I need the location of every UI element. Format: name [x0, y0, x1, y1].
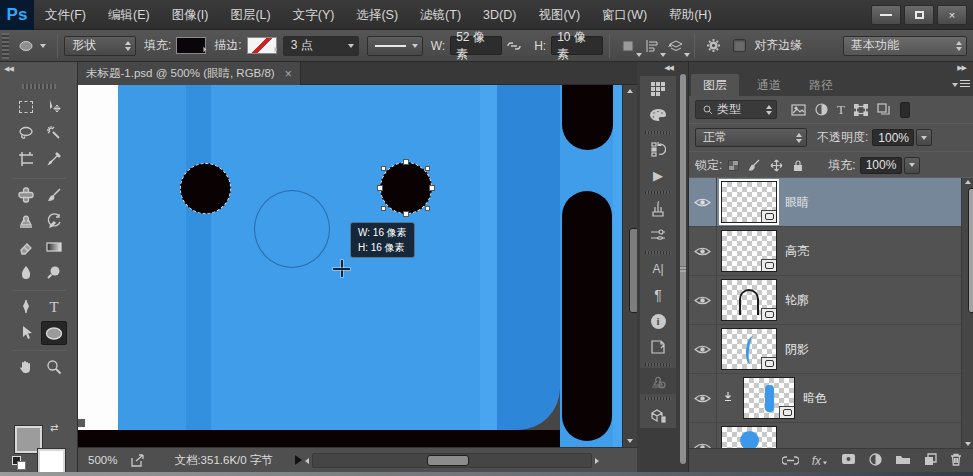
canvas-horizontal-scrollbar[interactable]: [312, 453, 592, 468]
color-panel-icon[interactable]: [640, 102, 676, 128]
lasso-tool[interactable]: [13, 121, 39, 145]
dock-group-grip[interactable]: [640, 248, 676, 256]
history-panel-icon[interactable]: [640, 136, 676, 162]
tab-channels[interactable]: 通道: [745, 74, 793, 96]
visibility-eye-icon[interactable]: [689, 178, 717, 227]
type-tool[interactable]: T: [41, 295, 67, 319]
align-edges-checkbox[interactable]: [733, 39, 746, 52]
path-arrangement-button[interactable]: [664, 35, 688, 57]
scroll-up-icon[interactable]: [627, 89, 633, 93]
menu-filter[interactable]: 滤镜(T): [409, 0, 472, 30]
dodge-tool[interactable]: [41, 261, 67, 285]
zoom-level-field[interactable]: 500%: [88, 454, 117, 466]
menu-file[interactable]: 文件(F): [34, 0, 97, 30]
link-layers-button[interactable]: [782, 454, 799, 468]
menu-layer[interactable]: 图层(L): [219, 0, 281, 30]
menu-help[interactable]: 帮助(H): [658, 0, 722, 30]
move-tool[interactable]: [41, 95, 67, 119]
collapse-dock-icon[interactable]: ◀◀: [664, 64, 673, 72]
canvas[interactable]: W: 16 像素 H: 16 像素: [78, 85, 622, 447]
blur-tool[interactable]: [13, 261, 39, 285]
measurement-log-panel-icon[interactable]: [640, 402, 676, 428]
path-selection-tool[interactable]: [13, 321, 39, 345]
shape-width-input[interactable]: 52 像素: [450, 36, 502, 55]
transform-handle[interactable]: [377, 185, 383, 191]
menu-edit[interactable]: 编辑(E): [97, 0, 161, 30]
brush-presets-panel-icon[interactable]: [640, 196, 676, 222]
filter-shape-layers-icon[interactable]: [854, 104, 868, 116]
fill-swatch[interactable]: [176, 37, 206, 54]
hand-tool[interactable]: [13, 355, 39, 379]
path-alignment-button[interactable]: [640, 35, 664, 57]
fill-dropdown-icon[interactable]: [904, 157, 920, 174]
add-layer-mask-button[interactable]: [841, 453, 856, 468]
layer-thumbnail[interactable]: [721, 328, 777, 370]
default-colors-icon[interactable]: [12, 456, 26, 470]
layers-scroll-thumb[interactable]: [968, 188, 973, 313]
path-operations-button[interactable]: [616, 35, 640, 57]
layer-row-highlight[interactable]: 高亮: [689, 227, 962, 276]
layer-thumbnail[interactable]: [721, 279, 777, 321]
minimize-button[interactable]: [871, 5, 901, 25]
horizontal-scroll-thumb[interactable]: [427, 455, 469, 466]
filter-pixel-layers-icon[interactable]: [791, 104, 806, 116]
lock-pixels-icon[interactable]: [748, 159, 761, 172]
tool-mode-select[interactable]: 形状: [64, 36, 136, 56]
dock-group-grip[interactable]: [640, 188, 676, 196]
menu-window[interactable]: 窗口(W): [591, 0, 658, 30]
collapse-tools-icon[interactable]: ◀◀: [4, 65, 13, 73]
lock-transparency-icon[interactable]: [728, 160, 739, 171]
panel-splitter[interactable]: [678, 62, 688, 472]
link-dimensions-icon[interactable]: [502, 35, 526, 57]
layer-name[interactable]: 阴影: [785, 341, 809, 358]
layer-styles-button[interactable]: fx: [812, 454, 828, 468]
share-status-icon[interactable]: [131, 454, 146, 467]
layer-row-eyes[interactable]: 眼睛: [689, 178, 962, 227]
layers-scrollbar[interactable]: [961, 178, 973, 448]
menu-type[interactable]: 文字(Y): [282, 0, 346, 30]
actions-panel-icon[interactable]: ▶: [640, 162, 676, 188]
zoom-tool[interactable]: [41, 355, 67, 379]
rectangular-marquee-tool[interactable]: [13, 95, 39, 119]
dock-group-grip[interactable]: [640, 128, 676, 136]
lock-position-icon[interactable]: [770, 159, 783, 172]
history-brush-tool[interactable]: [41, 209, 67, 233]
transform-handle[interactable]: [381, 206, 386, 211]
layer-thumbnail[interactable]: [721, 230, 777, 272]
tab-paths[interactable]: 路径: [797, 74, 845, 96]
scroll-down-icon[interactable]: [627, 439, 633, 443]
opacity-dropdown-icon[interactable]: [916, 129, 932, 146]
document-tab[interactable]: 未标题-1.psd @ 500% (眼睛, RGB/8) ×: [78, 62, 301, 85]
clone-stamp-tool[interactable]: [13, 209, 39, 233]
transform-handle[interactable]: [403, 159, 409, 165]
new-group-button[interactable]: [895, 453, 911, 468]
transform-handle[interactable]: [425, 166, 430, 171]
swatches-panel-icon[interactable]: [640, 76, 676, 102]
opacity-value[interactable]: 100%: [872, 129, 914, 146]
menu-3d[interactable]: 3D(D): [472, 0, 527, 30]
layer-filter-type-select[interactable]: 类型: [695, 100, 777, 119]
visibility-eye-icon[interactable]: [689, 227, 717, 276]
gear-icon[interactable]: [701, 35, 725, 57]
pen-tool[interactable]: [13, 295, 39, 319]
layer-row-partial[interactable]: [689, 423, 962, 448]
character-panel-icon[interactable]: A|: [640, 256, 676, 282]
layer-thumbnail[interactable]: [721, 426, 777, 448]
gradient-tool[interactable]: [41, 235, 67, 259]
expand-panel-icon[interactable]: ▶▶: [957, 64, 966, 72]
transform-handle[interactable]: [425, 206, 430, 211]
dock-group-grip[interactable]: [640, 394, 676, 402]
transform-handle[interactable]: [403, 211, 409, 217]
close-button[interactable]: ×: [937, 5, 967, 25]
layer-row-shadow[interactable]: 阴影: [689, 325, 962, 374]
paragraph-panel-icon[interactable]: ¶: [640, 282, 676, 308]
crop-tool[interactable]: [13, 147, 39, 171]
clone-source-panel-icon[interactable]: [640, 368, 676, 394]
panel-menu-icon[interactable]: [952, 78, 970, 92]
scroll-right-icon[interactable]: [595, 458, 599, 464]
document-tab-close-icon[interactable]: ×: [285, 67, 292, 81]
layer-row-dark[interactable]: 暗色: [689, 374, 962, 423]
scroll-left-icon[interactable]: [305, 458, 309, 464]
visibility-eye-icon[interactable]: [689, 276, 717, 325]
maximize-button[interactable]: [904, 5, 934, 25]
